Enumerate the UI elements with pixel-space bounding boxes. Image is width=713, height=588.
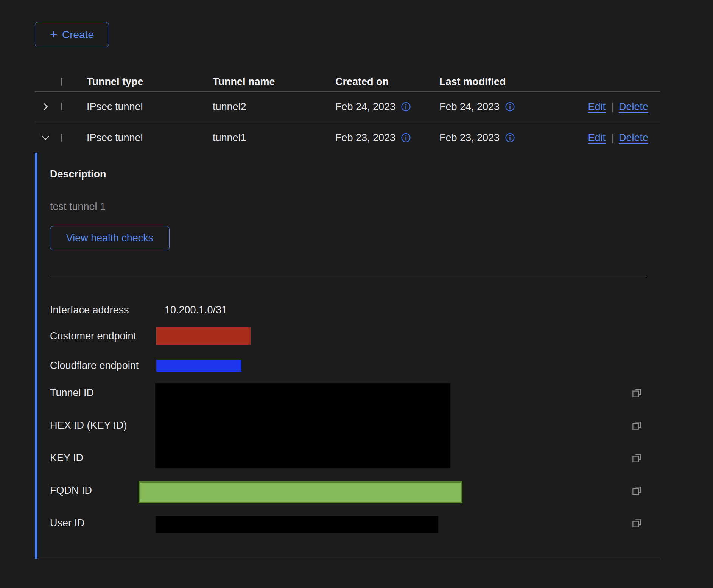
copy-icon xyxy=(631,452,643,464)
action-separator: | xyxy=(611,101,613,113)
column-header-tunnel-type: Tunnel type xyxy=(87,76,143,87)
user-id-label: User ID xyxy=(50,516,85,529)
row-checkbox[interactable] xyxy=(61,103,62,110)
last-modified-cell: Feb 23, 2023 xyxy=(439,132,500,143)
copy-icon xyxy=(631,420,643,431)
copy-tunnel-id-button[interactable] xyxy=(631,387,643,398)
cloudflare-endpoint-redacted-value xyxy=(156,360,241,372)
info-icon[interactable] xyxy=(401,132,411,143)
row-checkbox[interactable] xyxy=(61,134,62,142)
key-id-label: KEY ID xyxy=(50,451,83,464)
tunnel-name-cell: tunnel1 xyxy=(213,132,246,143)
delete-link[interactable]: Delete xyxy=(619,132,648,143)
last-modified-cell: Feb 24, 2023 xyxy=(439,101,500,113)
column-header-created-on: Created on xyxy=(335,76,389,87)
create-button[interactable]: + Create xyxy=(35,22,109,47)
description-label: Description xyxy=(50,168,106,180)
created-on-cell: Feb 24, 2023 xyxy=(335,101,395,113)
select-all-checkbox[interactable] xyxy=(61,78,62,86)
info-icon[interactable] xyxy=(505,132,515,143)
user-id-redacted-value xyxy=(156,516,438,533)
expanded-tunnel-details: Description test tunnel 1 View health ch… xyxy=(35,153,660,559)
tunnel-name-cell: tunnel2 xyxy=(213,101,246,113)
tunnel-type-cell: IPsec tunnel xyxy=(87,101,143,113)
hex-id-label: HEX ID (KEY ID) xyxy=(50,419,127,432)
copy-hex-id-button[interactable] xyxy=(631,420,643,431)
edit-link[interactable]: Edit xyxy=(588,101,606,113)
description-value: test tunnel 1 xyxy=(50,201,106,213)
section-divider xyxy=(50,278,646,278)
edit-link[interactable]: Edit xyxy=(588,132,606,143)
cloudflare-endpoint-label: Cloudflare endpoint xyxy=(50,359,139,372)
created-on-cell: Feb 23, 2023 xyxy=(335,132,395,143)
column-header-last-modified: Last modified xyxy=(439,76,506,87)
interface-address-value: 10.200.1.0/31 xyxy=(165,303,227,316)
expand-row-button[interactable] xyxy=(40,101,51,112)
plus-icon: + xyxy=(50,28,58,40)
table-row: IPsec tunnel tunnel2 Feb 24, 2023 Feb 24… xyxy=(35,92,660,122)
table-row: IPsec tunnel tunnel1 Feb 23, 2023 Feb 23… xyxy=(35,122,660,153)
info-icon[interactable] xyxy=(505,102,515,112)
chevron-down-icon xyxy=(40,132,51,143)
customer-endpoint-label: Customer endpoint xyxy=(50,330,136,342)
fqdn-id-label: FQDN ID xyxy=(50,484,92,497)
delete-link[interactable]: Delete xyxy=(619,101,648,113)
customer-endpoint-redacted-value xyxy=(156,327,251,345)
action-separator: | xyxy=(611,132,613,143)
interface-address-label: Interface address xyxy=(50,303,129,316)
fqdn-id-redacted-value xyxy=(139,481,462,503)
ipsec-tunnels-page: + Create Tunnel type Tunnel name Created… xyxy=(0,0,713,588)
collapse-row-button[interactable] xyxy=(40,132,51,143)
ids-redacted-value xyxy=(155,383,450,468)
copy-icon xyxy=(631,517,643,529)
tunnel-type-cell: IPsec tunnel xyxy=(87,132,143,143)
info-icon[interactable] xyxy=(401,102,411,112)
tunnel-id-label: Tunnel ID xyxy=(50,386,94,399)
tunnels-table: Tunnel type Tunnel name Created on Last … xyxy=(35,72,660,559)
copy-icon xyxy=(631,387,643,398)
create-button-label: Create xyxy=(62,29,94,41)
copy-icon xyxy=(631,485,643,496)
table-header-row: Tunnel type Tunnel name Created on Last … xyxy=(35,72,660,92)
copy-fqdn-id-button[interactable] xyxy=(631,485,643,496)
chevron-right-icon xyxy=(40,101,51,112)
copy-key-id-button[interactable] xyxy=(631,452,643,464)
copy-user-id-button[interactable] xyxy=(631,517,643,529)
column-header-tunnel-name: Tunnel name xyxy=(213,76,275,87)
expansion-accent-bar xyxy=(35,153,37,559)
view-health-checks-button[interactable]: View health checks xyxy=(50,226,170,250)
